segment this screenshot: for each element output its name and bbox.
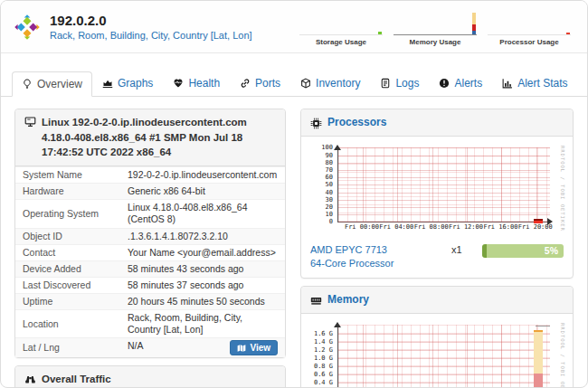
health-icon <box>173 78 184 89</box>
cpu-model: AMD EPYC 7713 <box>310 243 444 257</box>
tab-label: Alerts <box>454 77 482 90</box>
row-label: Last Discovered <box>15 277 120 293</box>
tab-label: Overview <box>37 78 82 90</box>
memory-usage-minigraph[interactable]: Memory Usage <box>392 7 479 47</box>
cpu-usage-percent: 5% <box>545 245 558 256</box>
ports-icon <box>240 78 251 89</box>
tab-label: Inventory <box>316 77 360 90</box>
memory-graph[interactable]: 1.6 G1.4 G1.2 G1.0 G0.8 G0.6 G0.4 G0.2 G… <box>307 317 567 388</box>
row-label: Object ID <box>15 228 120 244</box>
minigraph-spike <box>566 33 570 34</box>
processors-graph[interactable]: 1009080706050403020100Fri 00:00Fri 04:00… <box>307 140 567 234</box>
cpu-model-sub: 64-Core Processor <box>310 257 444 270</box>
table-row: System Name192-0-2-0.ip.linodeuserconten… <box>15 167 285 184</box>
row-value-text: Linux 4.18.0-408.el8.x86_64 (CentOS 8) <box>128 202 248 224</box>
minigraph-spike <box>472 13 476 34</box>
processor-usage-minigraph[interactable]: Processor Usage <box>486 7 573 47</box>
row-label: Contact <box>15 244 120 260</box>
tab-graphs[interactable]: Graphs <box>92 71 163 96</box>
tab-label: Alert Stats <box>517 77 567 90</box>
table-row: HardwareGeneric x86 64-bit <box>15 184 285 200</box>
device-location-link[interactable]: Rack, Room, Building, City, Country [Lat… <box>50 30 252 41</box>
processors-title-link[interactable]: Processors <box>327 115 386 130</box>
binoculars-icon <box>24 373 36 384</box>
map-icon <box>237 344 246 353</box>
tab-label: Health <box>188 77 220 90</box>
overview-content: Linux 192-0-2-0.ip.linodeusercontent.com… <box>1 97 587 388</box>
tab-label: Ports <box>255 77 280 90</box>
row-value-text: 192-0-2-0.ip.linodeusercontent.com <box>128 169 277 180</box>
tab-overview[interactable]: Overview <box>12 71 92 97</box>
row-value: Generic x86 64-bit <box>120 184 285 200</box>
tab-health[interactable]: Health <box>163 71 230 96</box>
overall-traffic-header: Overall Traffic <box>15 366 285 388</box>
rrdtool-watermark: RRDTOOL / TOBI OETIKER <box>560 146 565 232</box>
minigraph-baseline <box>299 34 383 35</box>
tab-logs[interactable]: Logs <box>370 71 429 96</box>
row-value: 58 minutes 37 seconds ago <box>120 277 285 293</box>
overall-traffic-title: Overall Traffic <box>42 372 111 387</box>
minigraph-label: Storage Usage <box>298 38 384 46</box>
row-label: Lat / Lng <box>15 338 120 358</box>
minigraph-spike <box>378 32 382 34</box>
device-title: 192.0.2.0 <box>50 13 252 30</box>
row-value-text: 58 minutes 37 seconds ago <box>128 279 243 290</box>
cpu-count: x1 <box>451 243 475 255</box>
tab-label: Graphs <box>118 77 153 90</box>
system-info-header: Linux 192-0-2-0.ip.linodeusercontent.com… <box>15 109 285 166</box>
cpu-usage-fill <box>482 244 487 258</box>
device-id-icon <box>24 116 36 128</box>
processors-panel: Processors 1009080706050403020100Fri 00:… <box>300 109 574 279</box>
microchip-icon <box>310 118 322 129</box>
view-map-button[interactable]: View <box>230 340 278 355</box>
lightbulb-icon <box>22 79 33 90</box>
row-value: .1.3.6.1.4.1.8072.3.2.10 <box>120 228 285 244</box>
row-value-text: Rack, Room, Building, City, Country [Lat… <box>128 312 242 335</box>
tab-ports[interactable]: Ports <box>230 71 290 96</box>
overall-traffic-panel: Overall Traffic 150 k100 k50 k0RRDTOOL /… <box>14 365 286 388</box>
device-header: 192.0.2.0 Rack, Room, Building, City, Co… <box>1 1 587 53</box>
tab-latency[interactable]: Latency <box>578 71 588 96</box>
memory-panel: Memory 1.6 G1.4 G1.2 G1.0 G0.8 G0.6 G0.4… <box>300 286 574 388</box>
graphs-icon <box>102 78 113 89</box>
alertstats-icon <box>502 78 513 89</box>
minigraph-baseline <box>488 34 571 35</box>
view-button-label: View <box>250 343 270 353</box>
tab-inventory[interactable]: Inventory <box>290 71 370 96</box>
tab-bar: OverviewGraphsHealthPortsInventoryLogsAl… <box>1 53 587 97</box>
centos-logo-icon <box>14 14 41 41</box>
row-value: N/AView <box>120 338 285 358</box>
header-mini-graphs: Storage Usage Memory Usage Processor Usa… <box>298 7 574 47</box>
logs-icon <box>380 78 391 89</box>
cpu-usage-progressbar: 5% <box>482 244 564 258</box>
inventory-icon <box>300 78 311 89</box>
tab-label: Logs <box>395 77 419 90</box>
minigraph-label: Processor Usage <box>486 38 573 46</box>
table-row: Uptime20 hours 45 minutes 50 seconds <box>15 294 285 310</box>
row-value-text: Generic x86 64-bit <box>128 185 205 196</box>
storage-usage-minigraph[interactable]: Storage Usage <box>298 7 384 47</box>
alerts-icon <box>439 78 450 89</box>
table-row: Object ID.1.3.6.1.4.1.8072.3.2.10 <box>15 228 285 244</box>
row-value: 192-0-2-0.ip.linodeusercontent.com <box>120 167 285 184</box>
tab-alerts[interactable]: Alerts <box>429 71 492 96</box>
minigraph-baseline <box>394 34 477 35</box>
row-label: Operating System <box>15 200 120 228</box>
table-row: Last Discovered58 minutes 37 seconds ago <box>15 277 285 293</box>
table-row: Lat / LngN/AView <box>15 338 285 358</box>
rrdtool-watermark: RRDTOOL / TOBI OETIKER <box>560 323 565 388</box>
row-value: Rack, Room, Building, City, Country [Lat… <box>120 310 285 338</box>
table-row: Device Added58 minutes 43 seconds ago <box>15 260 285 277</box>
row-value-text: 20 hours 45 minutes 50 seconds <box>128 296 265 307</box>
memory-title-link[interactable]: Memory <box>327 292 369 308</box>
tab-alert-stats[interactable]: Alert Stats <box>492 71 577 96</box>
table-row: ContactYour Name <your@email.address> <box>15 244 285 260</box>
row-label: System Name <box>15 167 120 184</box>
row-value-text: .1.3.6.1.4.1.8072.3.2.10 <box>128 231 228 241</box>
row-label: Hardware <box>15 184 120 200</box>
row-value-text: N/A <box>128 340 144 351</box>
system-description: Linux 192-0-2-0.ip.linodeusercontent.com… <box>42 115 276 160</box>
memory-ram-icon <box>310 295 322 307</box>
row-value-text: 58 minutes 43 seconds ago <box>128 263 243 274</box>
cpu-name-link[interactable]: AMD EPYC 7713 64-Core Processor <box>310 243 444 270</box>
